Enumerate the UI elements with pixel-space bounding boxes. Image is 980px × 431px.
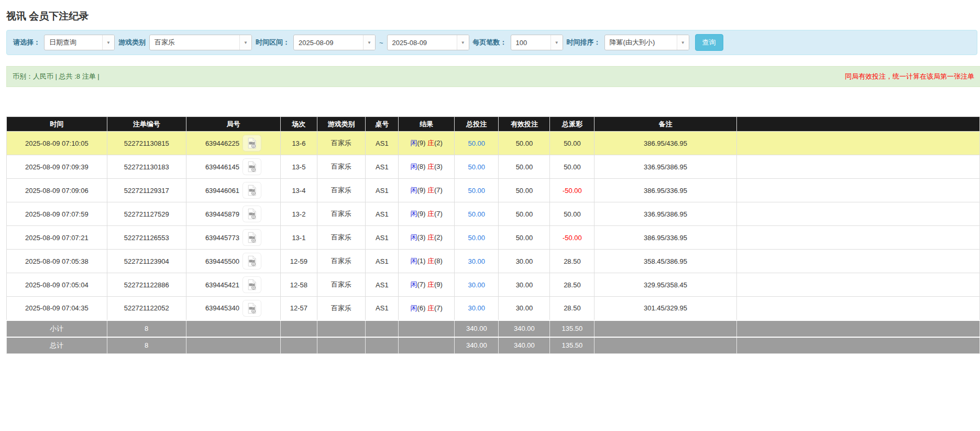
cell-table-no-0: AS1: [366, 132, 399, 155]
cell-bet-no-4: 522721126553: [107, 226, 186, 250]
total-bet-link[interactable]: 30.00: [468, 281, 486, 289]
round-no-text: 639445500: [205, 257, 239, 265]
video-replay-icon: [246, 232, 258, 243]
video-replay-button[interactable]: [243, 229, 261, 246]
subtotal-row-payout: 135.50: [550, 320, 594, 337]
cell-total-bet-1: 50.00: [455, 155, 499, 179]
chevron-down-icon[interactable]: ▼: [363, 35, 375, 50]
round-no-text: 639445421: [205, 281, 239, 289]
round-no-wrap: 639445500: [205, 253, 261, 270]
video-replay-icon: [246, 161, 258, 173]
banker-result: 庄: [427, 163, 434, 170]
round-no-text: 639446061: [205, 187, 239, 195]
subtotal-row-extra-empty: [736, 320, 979, 337]
player-result: 闲: [411, 257, 417, 265]
total-bet-link[interactable]: 30.00: [468, 257, 486, 265]
total-bet-link[interactable]: 50.00: [468, 187, 486, 195]
cell-game-type-2: 百家乐: [317, 179, 366, 202]
cell-table-no-1: AS1: [366, 155, 399, 179]
cell-payout-1: 50.00: [550, 155, 594, 179]
banker-result: 庄: [427, 233, 434, 241]
total-bet-link[interactable]: 50.00: [468, 234, 486, 242]
subtotal-row-label: 小计: [7, 320, 107, 337]
subtotal-row-total-bet: 340.00: [455, 320, 499, 337]
cell-valid-bet-7: 30.00: [499, 297, 550, 320]
video-replay-icon: [246, 303, 258, 314]
total-bet-link[interactable]: 50.00: [468, 139, 486, 147]
cell-total-bet-2: 50.00: [455, 179, 499, 202]
banker-score: (7): [434, 304, 443, 312]
grand-total-row-valid-bet: 340.00: [499, 337, 550, 354]
grand-total-row-total-bet: 340.00: [455, 337, 499, 354]
banker-result: 庄: [427, 186, 434, 194]
query-type-combobox[interactable]: 日期查询 ▼: [44, 35, 115, 50]
video-replay-button[interactable]: [243, 253, 261, 270]
chevron-down-icon[interactable]: ▼: [550, 35, 563, 50]
column-header-table-no: 桌号: [366, 117, 399, 132]
video-replay-button[interactable]: [243, 158, 261, 175]
table-body: 2025-08-09 07:10:05522721130815639446225…: [7, 132, 980, 354]
cell-session-0: 13-6: [281, 132, 317, 155]
column-header-extra: [736, 117, 979, 132]
round-no-text: 639445773: [205, 234, 239, 242]
chevron-down-icon[interactable]: ▼: [457, 35, 469, 50]
player-result: 闲: [411, 163, 417, 170]
total-bet-link[interactable]: 30.00: [468, 304, 486, 312]
video-replay-button[interactable]: [243, 206, 261, 222]
cell-time-0: 2025-08-09 07:10:05: [7, 132, 107, 155]
cell-extra-6: [736, 273, 979, 297]
player-result: 闲: [411, 139, 417, 147]
round-no-text: 639445340: [205, 304, 239, 312]
cell-result-3: 闲(9) 庄(7): [399, 202, 455, 226]
cell-round-no-2: 639446061: [186, 179, 280, 202]
cell-table-no-4: AS1: [366, 226, 399, 250]
cell-table-no-3: AS1: [366, 202, 399, 226]
cell-total-bet-6: 30.00: [455, 273, 499, 297]
cell-time-5: 2025-08-09 07:05:38: [7, 250, 107, 273]
cell-round-no-6: 639445421: [186, 273, 280, 297]
player-result: 闲: [411, 281, 417, 288]
column-header-game-type: 游戏类别: [317, 117, 366, 132]
cell-note-2: 386.95/336.95: [594, 179, 736, 202]
cell-extra-5: [736, 250, 979, 273]
chevron-down-icon[interactable]: ▼: [239, 35, 251, 50]
table-row: 2025-08-09 07:09:06522721129317639446061…: [7, 179, 980, 202]
cell-round-no-5: 639445500: [186, 250, 280, 273]
chevron-down-icon[interactable]: ▼: [677, 35, 689, 50]
cell-note-6: 329.95/358.45: [594, 273, 736, 297]
page-size-combobox[interactable]: 100 ▼: [511, 35, 563, 50]
game-type-combobox[interactable]: 百家乐 ▼: [149, 35, 252, 50]
search-button[interactable]: 查询: [695, 34, 723, 51]
time-sort-combobox[interactable]: 降冪(由大到小) ▼: [604, 35, 689, 50]
date-to-picker[interactable]: 2025-08-09 ▼: [387, 35, 469, 50]
video-replay-icon: [246, 208, 258, 220]
total-bet-link[interactable]: 50.00: [468, 210, 486, 218]
player-score: (9): [417, 186, 426, 194]
date-from-picker[interactable]: 2025-08-09 ▼: [293, 35, 376, 50]
total-bet-link[interactable]: 50.00: [468, 163, 486, 171]
round-no-text: 639445879: [205, 210, 239, 218]
cell-time-6: 2025-08-09 07:05:04: [7, 273, 107, 297]
video-replay-button[interactable]: [243, 135, 261, 152]
video-replay-button[interactable]: [243, 300, 261, 317]
column-header-bet-no: 注单编号: [107, 117, 186, 132]
cell-extra-3: [736, 202, 979, 226]
round-no-text: 639446145: [205, 163, 239, 171]
player-score: (3): [417, 233, 426, 241]
date-to-value: 2025-08-09: [388, 39, 457, 47]
cell-session-5: 12-59: [281, 250, 317, 273]
chevron-down-icon[interactable]: ▼: [102, 35, 114, 50]
subtotal-row-valid-bet: 340.00: [499, 320, 550, 337]
column-header-round-no: 局号: [186, 117, 280, 132]
video-replay-icon: [246, 279, 258, 290]
video-replay-button[interactable]: [243, 182, 261, 199]
column-header-note: 备注: [594, 117, 736, 132]
player-result: 闲: [411, 304, 417, 312]
grand-total-row-table-empty: [366, 337, 399, 354]
video-replay-button[interactable]: [243, 276, 261, 293]
grand-total-row-extra-empty: [736, 337, 979, 354]
cell-payout-6: 28.50: [550, 273, 594, 297]
grand-total-row-count: 8: [107, 337, 186, 354]
table-row: 2025-08-09 07:05:04522721122886639445421…: [7, 273, 980, 297]
cell-valid-bet-5: 30.00: [499, 250, 550, 273]
